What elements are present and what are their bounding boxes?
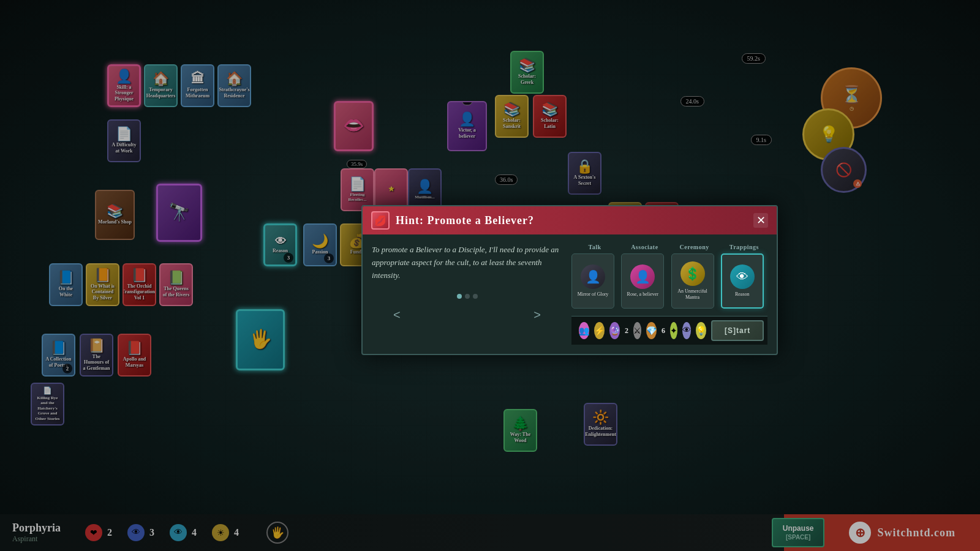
resource-count-2: 6 bbox=[662, 326, 665, 335]
slot-mirror[interactable]: 👤 Mirror of Glory bbox=[571, 253, 614, 309]
hint-slots-section: Talk Associate Ceremony Trappings 👤 Mirr… bbox=[571, 244, 767, 345]
hint-slots-header: Talk Associate Ceremony Trappings bbox=[571, 244, 767, 250]
hint-text-section: To promote a Believer to a Disciple, I'l… bbox=[372, 244, 562, 345]
page-dot-3 bbox=[473, 294, 478, 299]
resource-count-1: 2 bbox=[625, 326, 628, 335]
hint-prev-button[interactable]: < bbox=[384, 305, 410, 325]
hint-nav: < > bbox=[372, 305, 562, 325]
hint-header: 💋 Hint: Promote a Believer? ✕ bbox=[363, 206, 777, 234]
hint-body: To promote a Believer to a Disciple, I'l… bbox=[363, 234, 777, 354]
resource-artifact[interactable]: 💎 bbox=[646, 322, 657, 339]
resource-wild[interactable]: ✦ bbox=[670, 322, 677, 339]
slot-header-associate: Associate bbox=[621, 244, 668, 250]
page-dot-1 bbox=[457, 294, 462, 299]
resource-eye[interactable]: 👁 bbox=[682, 322, 691, 339]
hint-slots: 👤 Mirror of Glory 👤 Rose, a believer 💲 A… bbox=[571, 253, 767, 309]
slot-mantra[interactable]: 💲 An Unmerciful Mantra bbox=[671, 253, 714, 309]
slot-header-trappings: Trappings bbox=[721, 244, 767, 250]
resource-light[interactable]: 💡 bbox=[696, 322, 706, 339]
hint-next-button[interactable]: > bbox=[524, 305, 550, 325]
hint-description: To promote a Believer to a Disciple, I'l… bbox=[372, 244, 562, 282]
game-board: 👤 Skill: a Stronger Physique 🏠 Temporary… bbox=[0, 0, 980, 551]
hint-modal: 💋 Hint: Promote a Believer? ✕ To promote… bbox=[361, 205, 778, 355]
hint-close-button[interactable]: ✕ bbox=[753, 213, 768, 228]
resource-struggle[interactable]: ⚔ bbox=[633, 322, 641, 339]
slot-reason[interactable]: 👁 Reason bbox=[721, 253, 764, 309]
start-button[interactable]: [S]tart bbox=[711, 320, 764, 341]
resource-power[interactable]: ⚡ bbox=[594, 322, 605, 339]
slot-header-talk: Talk bbox=[571, 244, 618, 250]
slot-rose[interactable]: 👤 Rose, a believer bbox=[621, 253, 664, 309]
resource-mystery[interactable]: 🔮 bbox=[609, 322, 620, 339]
hint-title: Hint: Promote a Believer? bbox=[396, 214, 534, 227]
hint-page-dots bbox=[372, 294, 562, 299]
hint-icon: 💋 bbox=[371, 211, 390, 230]
resource-passion[interactable]: 👥 bbox=[579, 322, 589, 339]
resource-bar: 👥 ⚡ 🔮 2 ⚔ 💎 6 ✦ 👁 💡 [S]tart bbox=[571, 316, 767, 345]
page-dot-2 bbox=[465, 294, 470, 299]
slot-header-ceremony: Ceremony bbox=[671, 244, 718, 250]
